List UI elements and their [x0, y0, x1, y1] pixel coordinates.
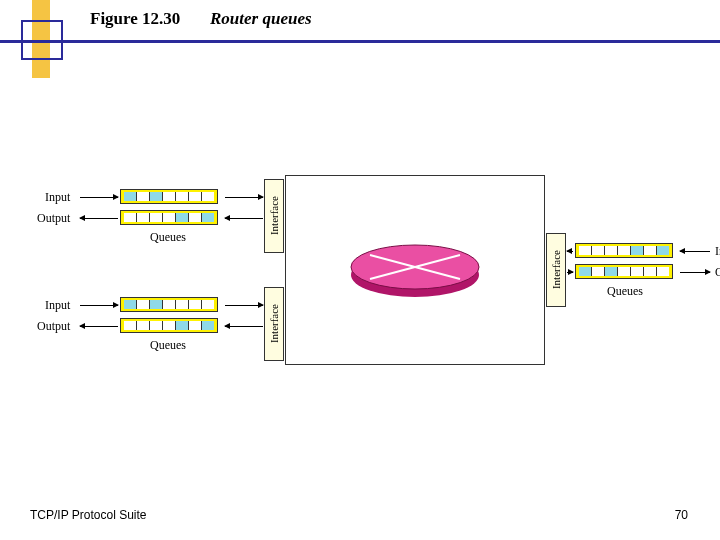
queue	[575, 243, 673, 258]
queue-cell	[656, 246, 669, 255]
queue-cell	[136, 213, 149, 222]
input-label: Input	[715, 244, 720, 259]
queue-cell	[136, 300, 149, 309]
queue-cell	[162, 300, 175, 309]
queue-cell	[591, 267, 604, 276]
page-number: 70	[675, 508, 688, 522]
queue-cell	[201, 213, 214, 222]
interface-label: Interface	[550, 250, 562, 289]
interface-label: Interface	[268, 196, 280, 235]
queue	[120, 210, 218, 225]
queue-cell	[188, 321, 201, 330]
queue-cell	[188, 300, 201, 309]
queue-cell	[175, 213, 188, 222]
queues-label: Queues	[607, 284, 643, 299]
queue	[120, 297, 218, 312]
queue-cell	[124, 300, 136, 309]
queue-cell	[175, 300, 188, 309]
output-label: Output	[37, 211, 70, 226]
queues-label: Queues	[150, 338, 186, 353]
figure-title: Router queues	[210, 9, 312, 29]
queue-cell	[188, 192, 201, 201]
queue-cell	[149, 321, 162, 330]
interface-right: Interface	[546, 233, 566, 307]
arrow-icon	[80, 197, 118, 198]
queue-cell	[591, 246, 604, 255]
arrow-icon	[225, 326, 263, 327]
arrow-icon	[80, 218, 118, 219]
queue-cell	[604, 267, 617, 276]
queue-cell	[630, 246, 643, 255]
horizontal-rule	[0, 40, 720, 43]
slide: Figure 12.30 Router queues Interface Int…	[0, 0, 720, 540]
queue-cell	[604, 246, 617, 255]
arrow-icon	[680, 251, 710, 252]
queue-cell	[149, 192, 162, 201]
arrow-icon	[80, 326, 118, 327]
queue-cell	[162, 321, 175, 330]
queue-cell	[617, 267, 630, 276]
queues-label: Queues	[150, 230, 186, 245]
queue-cell	[630, 267, 643, 276]
router-diagram: Interface Interface Interface Input Outp…	[35, 175, 685, 395]
input-label: Input	[45, 190, 70, 205]
arrow-icon	[225, 305, 263, 306]
queue	[120, 189, 218, 204]
switch-fabric-icon	[340, 235, 490, 305]
queue-cell	[201, 321, 214, 330]
queue-cell	[579, 246, 591, 255]
corner-decoration	[0, 0, 65, 78]
router-box	[285, 175, 545, 365]
input-label: Input	[45, 298, 70, 313]
arrow-icon	[567, 272, 573, 273]
queue-cell	[149, 213, 162, 222]
queue-cell	[175, 192, 188, 201]
queue-cell	[643, 246, 656, 255]
queue	[575, 264, 673, 279]
queue-cell	[617, 246, 630, 255]
output-label: Output	[37, 319, 70, 334]
arrow-icon	[225, 218, 263, 219]
queue-cell	[579, 267, 591, 276]
queue-cell	[124, 192, 136, 201]
queue	[120, 318, 218, 333]
output-label: Output	[715, 265, 720, 280]
interface-left-top: Interface	[264, 179, 284, 253]
queue-cell	[188, 213, 201, 222]
queue-cell	[124, 213, 136, 222]
interface-label: Interface	[268, 304, 280, 343]
queue-cell	[162, 192, 175, 201]
queue-cell	[136, 321, 149, 330]
arrow-icon	[80, 305, 118, 306]
queue-cell	[643, 267, 656, 276]
queue-cell	[136, 192, 149, 201]
queue-cell	[175, 321, 188, 330]
arrow-icon	[567, 251, 573, 252]
queue-cell	[656, 267, 669, 276]
arrow-icon	[680, 272, 710, 273]
queue-cell	[124, 321, 136, 330]
interface-left-bottom: Interface	[264, 287, 284, 361]
queue-cell	[201, 300, 214, 309]
figure-number: Figure 12.30	[90, 9, 180, 29]
arrow-icon	[225, 197, 263, 198]
queue-cell	[201, 192, 214, 201]
queue-cell	[162, 213, 175, 222]
footer-text: TCP/IP Protocol Suite	[30, 508, 147, 522]
queue-cell	[149, 300, 162, 309]
